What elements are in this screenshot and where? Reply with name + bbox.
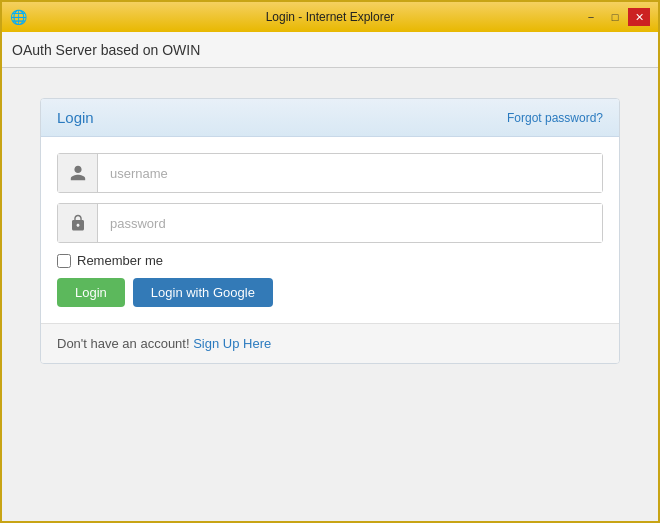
login-button[interactable]: Login [57,278,125,307]
content-area: Login Forgot password? [2,68,658,521]
close-button[interactable]: ✕ [628,8,650,26]
username-input-group [57,153,603,193]
title-bar-left: 🌐 [10,9,26,25]
card-footer: Don't have an account! Sign Up Here [41,323,619,363]
login-card: Login Forgot password? [40,98,620,364]
app-title: OAuth Server based on OWIN [12,42,200,58]
card-header: Login Forgot password? [41,99,619,137]
browser-bar: OAuth Server based on OWIN [2,32,658,68]
password-input[interactable] [98,204,602,242]
signup-link[interactable]: Sign Up Here [193,336,271,351]
button-row: Login Login with Google [57,278,603,307]
ie-icon: 🌐 [10,9,26,25]
maximize-button[interactable]: □ [604,8,626,26]
password-input-group [57,203,603,243]
user-icon [58,154,98,192]
username-input[interactable] [98,154,602,192]
forgot-password-link[interactable]: Forgot password? [507,111,603,125]
title-bar-controls: − □ ✕ [580,8,650,26]
remember-me-label[interactable]: Remember me [77,253,163,268]
card-body: Remember me Login Login with Google [41,137,619,323]
signup-text: Don't have an account! [57,336,190,351]
lock-icon [58,204,98,242]
login-google-button[interactable]: Login with Google [133,278,273,307]
window-title: Login - Internet Explorer [266,10,395,24]
title-bar: 🌐 Login - Internet Explorer − □ ✕ [2,2,658,32]
window: 🌐 Login - Internet Explorer − □ ✕ OAuth … [0,0,660,523]
minimize-button[interactable]: − [580,8,602,26]
card-title: Login [57,109,94,126]
remember-me-checkbox[interactable] [57,254,71,268]
remember-me-group: Remember me [57,253,603,268]
